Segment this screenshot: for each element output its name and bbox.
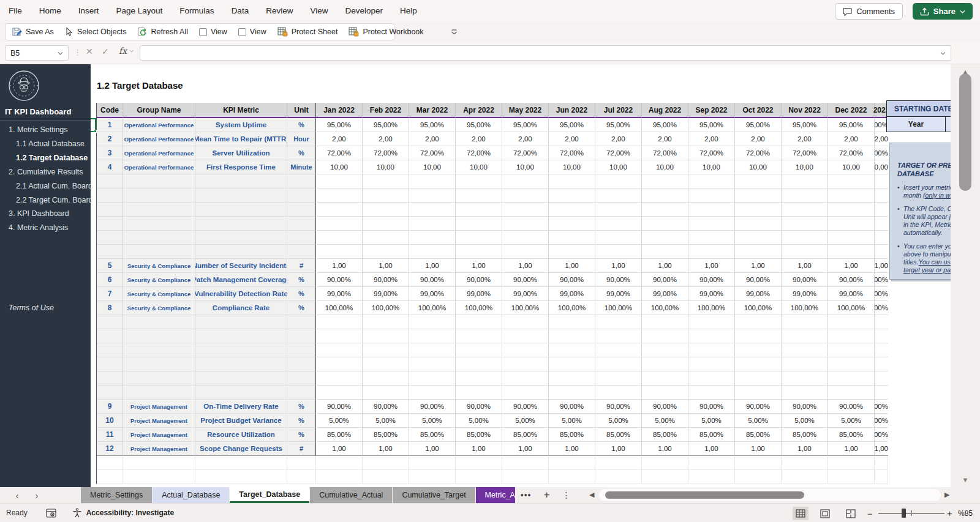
empty-cell[interactable] xyxy=(782,357,828,371)
value-cell[interactable]: 85,00% xyxy=(782,428,828,442)
empty-cell[interactable] xyxy=(409,315,456,329)
grid-cell[interactable] xyxy=(688,470,735,484)
empty-cell[interactable] xyxy=(735,203,782,217)
grid-cell[interactable] xyxy=(549,456,595,470)
refresh-all-button[interactable]: Refresh All xyxy=(137,27,187,37)
value-cell[interactable]: 1,00 xyxy=(316,259,363,273)
empty-cell[interactable] xyxy=(409,329,456,343)
empty-cell[interactable] xyxy=(409,203,456,217)
value-cell[interactable]: 10,00 xyxy=(549,160,595,174)
value-cell[interactable]: 2,00 xyxy=(363,132,409,146)
empty-cell[interactable] xyxy=(287,188,316,203)
value-cell[interactable]: 72,00% xyxy=(409,146,456,160)
value-cell[interactable]: 85,00% xyxy=(642,428,688,442)
value-cell[interactable]: 99,00% xyxy=(642,287,688,301)
empty-cell[interactable] xyxy=(782,188,828,203)
empty-cell[interactable] xyxy=(97,386,123,400)
grid-cell[interactable] xyxy=(409,456,456,470)
empty-cell[interactable] xyxy=(409,245,456,259)
empty-cell[interactable] xyxy=(549,203,595,217)
empty-cell[interactable] xyxy=(828,371,875,386)
value-cell[interactable]: 1,00 xyxy=(316,442,363,456)
empty-cell[interactable] xyxy=(316,188,363,203)
sidebar-item-2-2-target-cum-board[interactable]: 2.2 Target Cum. Board xyxy=(0,193,91,207)
empty-cell[interactable] xyxy=(688,231,735,245)
empty-cell[interactable] xyxy=(363,188,409,203)
view-checkbox[interactable] xyxy=(199,28,207,36)
empty-cell[interactable] xyxy=(316,371,363,386)
empty-cell[interactable] xyxy=(688,371,735,386)
empty-cell[interactable] xyxy=(363,231,409,245)
empty-cell[interactable] xyxy=(642,329,688,343)
value-cell[interactable]: 1,00 xyxy=(502,442,549,456)
hscroll-right-icon[interactable]: ▶ xyxy=(944,491,949,499)
normal-view-icon[interactable] xyxy=(793,507,809,520)
empty-cell[interactable] xyxy=(549,371,595,386)
kpi-metric-cell[interactable]: Patch Management Coverage xyxy=(195,273,287,287)
vertical-scroll-thumb[interactable] xyxy=(959,73,971,191)
empty-cell[interactable] xyxy=(875,357,888,371)
value-cell[interactable]: 5,00% xyxy=(735,414,782,428)
value-cell[interactable]: 2,00 xyxy=(502,132,549,146)
empty-cell[interactable] xyxy=(456,329,502,343)
empty-cell[interactable] xyxy=(287,231,316,245)
empty-cell[interactable] xyxy=(688,245,735,259)
menu-tab-data[interactable]: Data xyxy=(223,0,258,22)
value-cell[interactable]: 1,00 xyxy=(688,442,735,456)
code-cell[interactable]: 10 xyxy=(97,414,123,428)
value-cell[interactable]: 72,00% xyxy=(688,146,735,160)
value-cell[interactable]: 2,00 xyxy=(642,132,688,146)
grid-cell[interactable] xyxy=(409,470,456,484)
value-cell[interactable]: 1,00 xyxy=(409,259,456,273)
empty-cell[interactable] xyxy=(287,315,316,329)
value-cell[interactable]: 90,00% xyxy=(502,400,549,414)
empty-cell[interactable] xyxy=(502,386,549,400)
value-cell[interactable]: 95,00% xyxy=(595,118,642,132)
value-cell[interactable]: 1,00 xyxy=(409,442,456,456)
value-cell[interactable]: 90,00% xyxy=(595,400,642,414)
value-cell[interactable]: 72,00% xyxy=(828,146,875,160)
value-cell[interactable]: 100,00% xyxy=(316,301,363,315)
clipped-value-cell[interactable]: 90,00% xyxy=(875,273,888,287)
view-button[interactable]: View xyxy=(238,28,266,36)
scroll-down-icon[interactable]: ▼ xyxy=(951,476,980,483)
value-cell[interactable]: 72,00% xyxy=(642,146,688,160)
empty-cell[interactable] xyxy=(782,386,828,400)
value-cell[interactable]: 100,00% xyxy=(642,301,688,315)
empty-cell[interactable] xyxy=(287,343,316,357)
value-cell[interactable]: 100,00% xyxy=(735,301,782,315)
empty-cell[interactable] xyxy=(735,315,782,329)
value-cell[interactable]: 100,00% xyxy=(549,301,595,315)
sidebar-item-4-metric-analysis[interactable]: 4. Metric Analysis xyxy=(0,221,91,235)
month-header[interactable]: Jun 2022 xyxy=(549,103,595,118)
value-cell[interactable]: 90,00% xyxy=(828,400,875,414)
value-cell[interactable]: 95,00% xyxy=(316,118,363,132)
group-name-cell[interactable]: Project Management xyxy=(123,414,195,428)
group-name-cell[interactable]: Security & Compliance xyxy=(123,273,195,287)
hscroll-left-icon[interactable]: ◀ xyxy=(589,491,594,499)
value-cell[interactable]: 10,00 xyxy=(688,160,735,174)
empty-cell[interactable] xyxy=(195,203,287,217)
empty-cell[interactable] xyxy=(456,245,502,259)
empty-cell[interactable] xyxy=(456,188,502,203)
empty-cell[interactable] xyxy=(688,174,735,188)
unit-cell[interactable]: % xyxy=(287,146,316,160)
empty-cell[interactable] xyxy=(595,231,642,245)
sidebar-item-3-kpi-dashboard[interactable]: 3. KPI Dashboard xyxy=(0,207,91,221)
empty-cell[interactable] xyxy=(595,203,642,217)
empty-cell[interactable] xyxy=(642,343,688,357)
empty-cell[interactable] xyxy=(595,357,642,371)
column-header[interactable]: Unit xyxy=(287,103,316,118)
value-cell[interactable]: 85,00% xyxy=(549,428,595,442)
value-cell[interactable]: 2,00 xyxy=(688,132,735,146)
macro-record-icon[interactable] xyxy=(46,509,56,518)
value-cell[interactable]: 90,00% xyxy=(409,273,456,287)
sidebar-item-1-2-target-database[interactable]: 1.2 Target Database xyxy=(0,151,91,165)
code-cell[interactable]: 2 xyxy=(97,132,123,146)
grid-cell[interactable] xyxy=(782,456,828,470)
empty-cell[interactable] xyxy=(549,174,595,188)
empty-cell[interactable] xyxy=(502,315,549,329)
empty-cell[interactable] xyxy=(287,386,316,400)
unit-cell[interactable]: % xyxy=(287,428,316,442)
value-cell[interactable]: 95,00% xyxy=(502,118,549,132)
